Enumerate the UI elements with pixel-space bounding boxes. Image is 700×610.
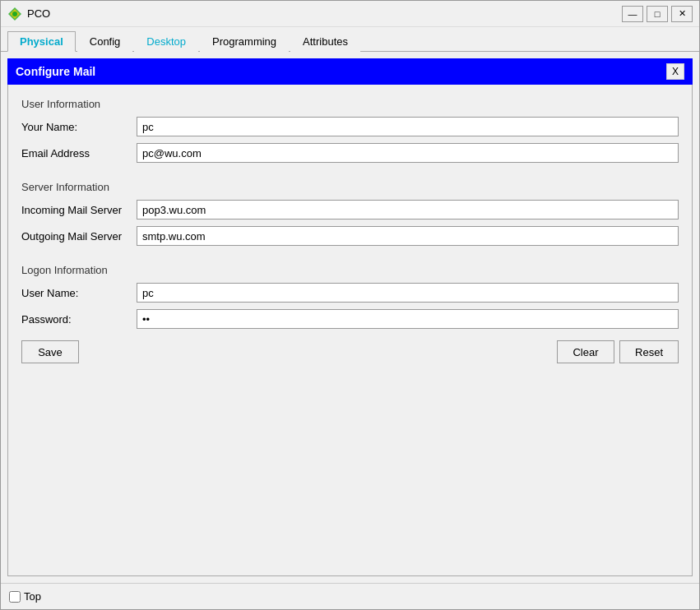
tab-bar: Physical Config Desktop Programming Attr… (1, 27, 699, 52)
save-button[interactable]: Save (21, 340, 79, 363)
tab-attributes[interactable]: Attributes (290, 31, 360, 52)
incoming-mail-row: Incoming Mail Server (21, 200, 679, 220)
email-label: Email Address (21, 147, 137, 159)
app-icon (7, 7, 22, 21)
password-row: Password: (21, 309, 679, 329)
logon-information-title: Logon Information (21, 264, 679, 276)
top-checkbox-label[interactable]: Top (9, 590, 41, 603)
configure-mail-title: Configure Mail (16, 65, 95, 78)
tab-programming[interactable]: Programming (200, 31, 289, 52)
password-input[interactable] (137, 309, 679, 329)
clear-button[interactable]: Clear (557, 340, 614, 363)
your-name-row: Your Name: (21, 117, 679, 136)
content-area: Configure Mail X User Information Your N… (1, 52, 699, 583)
outgoing-mail-input[interactable] (137, 226, 679, 246)
email-input[interactable] (137, 143, 679, 163)
your-name-label: Your Name: (21, 121, 137, 133)
close-button[interactable]: ✕ (671, 6, 693, 22)
form-panel: User Information Your Name: Email Addres… (7, 85, 693, 576)
logon-username-row: User Name: (21, 283, 679, 303)
email-row: Email Address (21, 143, 679, 163)
tab-desktop[interactable]: Desktop (134, 31, 198, 52)
logon-username-label: User Name: (21, 287, 137, 299)
svg-point-2 (12, 12, 17, 16)
main-window: PCO — □ ✕ Physical Config Desktop Progra… (0, 0, 700, 610)
user-information-title: User Information (21, 98, 679, 110)
logon-username-input[interactable] (137, 283, 679, 303)
minimize-button[interactable]: — (622, 6, 643, 22)
title-bar-controls: — □ ✕ (622, 6, 693, 22)
outgoing-mail-label: Outgoing Mail Server (21, 230, 137, 243)
right-buttons: Clear Reset (557, 340, 679, 363)
reset-button[interactable]: Reset (619, 340, 679, 363)
maximize-button[interactable]: □ (647, 6, 668, 22)
bottom-bar: Top (1, 583, 699, 609)
title-bar: PCO — □ ✕ (1, 1, 699, 27)
tab-config[interactable]: Config (77, 31, 133, 52)
incoming-mail-label: Incoming Mail Server (21, 204, 137, 216)
configure-mail-close-button[interactable]: X (666, 63, 684, 80)
title-bar-text: PCO (27, 7, 622, 20)
top-checkbox[interactable] (9, 591, 21, 603)
server-information-title: Server Information (21, 181, 679, 193)
password-label: Password: (21, 313, 137, 326)
button-row: Save Clear Reset (21, 340, 679, 363)
incoming-mail-input[interactable] (137, 200, 679, 220)
tab-physical[interactable]: Physical (7, 31, 76, 52)
configure-mail-header: Configure Mail X (7, 58, 693, 85)
outgoing-mail-row: Outgoing Mail Server (21, 226, 679, 246)
top-label: Top (24, 590, 41, 603)
your-name-input[interactable] (137, 117, 679, 136)
